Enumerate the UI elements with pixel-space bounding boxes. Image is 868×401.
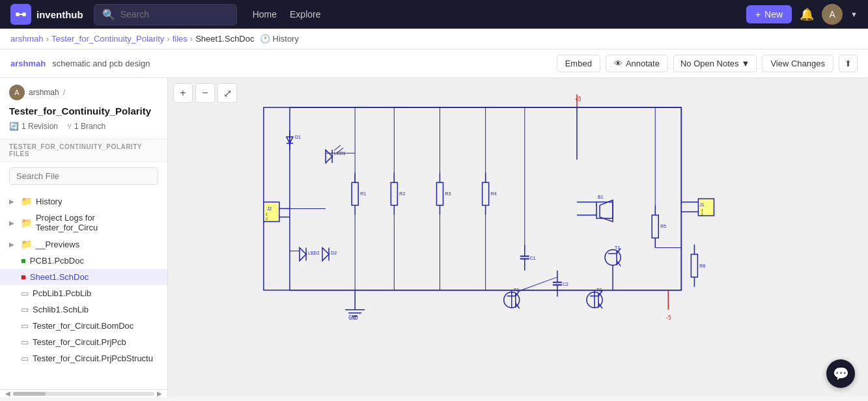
svg-text:C1: C1: [530, 255, 536, 260]
chat-bubble[interactable]: 💬: [826, 359, 855, 388]
bell-icon[interactable]: 🔔: [800, 7, 814, 21]
svg-rect-49: [691, 254, 697, 277]
svg-text:+: +: [595, 203, 598, 207]
navbar-right: + New 🔔 A ▼: [746, 4, 858, 25]
svg-text:C2: C2: [563, 281, 568, 286]
sidebar-meta: 🔄 1 Revision ⑂ 1 Branch: [0, 122, 167, 139]
file-toolbar: arshmah schematic and pcb design Embed 👁…: [0, 49, 868, 78]
sidebar-scrollbar[interactable]: ◀ ▶: [0, 389, 167, 397]
search-file-input[interactable]: [9, 167, 158, 185]
fullscreen-button[interactable]: ⤢: [217, 83, 237, 103]
sidebar-item-project-logs[interactable]: ▶ 📁 Project Logs for Tester_for_Circu: [0, 210, 167, 236]
breadcrumb-user[interactable]: arshmah: [10, 34, 44, 44]
chevron-right-icon: ▶: [9, 219, 17, 227]
search-file-container: [0, 162, 167, 190]
tree-item-label: PCB1.PcbDoc: [30, 256, 84, 266]
sidebar-item-prjpcb[interactable]: ▭ Tester_for_Circuit.PrjPcb: [0, 334, 167, 350]
scroll-thumb: [13, 392, 46, 396]
svg-rect-37: [436, 182, 443, 205]
search-input[interactable]: [120, 9, 229, 20]
nav-home[interactable]: Home: [253, 9, 277, 20]
sidebar-item-schlib1[interactable]: ▭ Schlib1.SchLib: [0, 301, 167, 318]
svg-text:-5: -5: [665, 314, 671, 320]
chevron-down-icon[interactable]: ▼: [850, 10, 858, 18]
toolbar-right: Embed 👁 Annotate No Open Notes ▼ View Ch…: [557, 55, 858, 72]
sidebar-item-history[interactable]: ▶ 📁 History: [0, 193, 167, 210]
svg-text:D2: D2: [331, 250, 337, 255]
breadcrumb-sep-2: ›: [167, 34, 169, 44]
svg-rect-29: [352, 182, 358, 205]
svg-marker-23: [326, 150, 332, 163]
chevron-right-icon: ▶: [9, 241, 17, 248]
folder-icon: 📁: [21, 239, 32, 249]
svg-text:LED1: LED1: [334, 151, 346, 156]
svg-text:R6: R6: [699, 263, 705, 268]
sidebar-username[interactable]: arshmah: [29, 88, 59, 97]
upload-button[interactable]: ⬆: [839, 55, 858, 72]
history-badge[interactable]: 🕐 History: [260, 34, 299, 44]
search-bar[interactable]: 🔍: [94, 4, 237, 25]
svg-line-26: [334, 145, 341, 150]
revision-label: 1 Revision: [21, 122, 58, 131]
schematic-viewer[interactable]: + − ⤢ +5 GND: [168, 78, 868, 397]
sidebar-item-prjpcbstruct[interactable]: ▭ Tester_for_Circuit.PrjPcbStructu: [0, 350, 167, 366]
chat-icon: 💬: [833, 366, 849, 381]
svg-rect-41: [482, 182, 488, 205]
sidebar-slash: /: [63, 88, 65, 97]
svg-text:J2: J2: [267, 206, 272, 211]
viewer-controls: + − ⤢: [173, 83, 237, 103]
annotate-button[interactable]: 👁 Annotate: [606, 55, 668, 72]
svg-text:R3: R3: [445, 191, 451, 196]
sidebar-project-name[interactable]: Tester_for_Continuity_Polarity: [0, 104, 167, 122]
breadcrumb-project[interactable]: Tester_for_Continuity_Polarity: [51, 34, 164, 44]
history-icon: 🕐: [260, 34, 270, 44]
sidebar-item-sheet1[interactable]: ■ Sheet1.SchDoc: [0, 269, 167, 285]
chevron-right-icon: ▶: [9, 198, 17, 205]
breadcrumb-folder[interactable]: files: [173, 34, 188, 44]
zoom-out-button[interactable]: −: [195, 83, 215, 103]
tree-item-label: Tester_for_Circuit.BomDoc: [33, 321, 133, 331]
branch-label: 1 Branch: [74, 122, 105, 131]
notes-button[interactable]: No Open Notes ▼: [673, 55, 757, 72]
svg-line-118: [520, 277, 557, 290]
search-icon: 🔍: [102, 8, 115, 21]
file-author[interactable]: arshmah: [10, 59, 46, 68]
new-button[interactable]: + New: [746, 5, 792, 23]
schematic-svg: +5 GND -5 J2 1 2: [203, 94, 833, 381]
sidebar-item-bomdoc[interactable]: ▭ Tester_for_Circuit.BomDoc: [0, 318, 167, 334]
sidebar: A arshmah / Tester_for_Continuity_Polari…: [0, 78, 168, 397]
embed-button[interactable]: Embed: [557, 55, 600, 72]
sidebar-branch-meta[interactable]: ⑂ 1 Branch: [67, 122, 105, 131]
svg-rect-2: [19, 14, 23, 15]
scroll-left-arrow[interactable]: ◀: [5, 390, 10, 397]
sidebar-item-previews[interactable]: ▶ 📁 __Previews: [0, 236, 167, 253]
tree-item-label: Schlib1.SchLib: [33, 305, 89, 314]
file-tree: ▶ 📁 History ▶ 📁 Project Logs for Tester_…: [0, 190, 167, 389]
folder-icon: 📁: [21, 196, 32, 206]
breadcrumb-sep-3: ›: [190, 34, 193, 44]
logo-text: inventhub: [36, 9, 83, 20]
pcb-file-icon: ■: [21, 256, 26, 266]
folder-icon: 📁: [21, 217, 32, 228]
view-changes-button[interactable]: View Changes: [762, 55, 833, 72]
nav-explore[interactable]: Explore: [290, 9, 320, 20]
sidebar-revision-meta[interactable]: 🔄 1 Revision: [9, 122, 58, 131]
sidebar-user-row: A arshmah /: [0, 78, 167, 104]
svg-text:LED2: LED2: [308, 250, 320, 255]
breadcrumb-sep-1: ›: [46, 34, 49, 44]
scroll-right-arrow[interactable]: ▶: [157, 390, 162, 397]
main-layout: A arshmah / Tester_for_Continuity_Polari…: [0, 78, 868, 397]
svg-rect-52: [596, 202, 613, 218]
logo[interactable]: inventhub: [10, 4, 83, 25]
tree-item-label: Tester_for_Circuit.PrjPcb: [33, 337, 126, 347]
avatar[interactable]: A: [822, 4, 843, 25]
sch-file-icon: ■: [21, 272, 26, 282]
tree-item-label: Sheet1.SchDoc: [30, 272, 89, 282]
navbar: inventhub 🔍 Home Explore + New 🔔 A ▼: [0, 0, 868, 29]
tree-item-label: Tester_for_Circuit.PrjPcbStructu: [33, 353, 153, 363]
zoom-in-button[interactable]: +: [173, 83, 193, 103]
file-description: schematic and pcb design: [52, 59, 150, 68]
sidebar-item-pcb1[interactable]: ■ PCB1.PcbDoc: [0, 253, 167, 269]
svg-text:T1: T1: [615, 245, 620, 249]
sidebar-item-pcblib1[interactable]: ▭ PcbLib1.PcbLib: [0, 285, 167, 301]
